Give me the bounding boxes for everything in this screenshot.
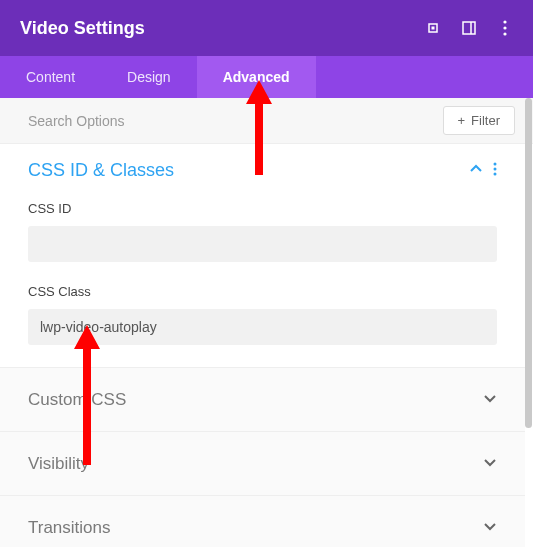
svg-rect-1: [432, 27, 435, 30]
chevron-down-icon: [483, 391, 497, 409]
filter-label: Filter: [471, 113, 500, 128]
tabs-bar: Content Design Advanced: [0, 56, 533, 98]
svg-point-8: [494, 167, 497, 170]
section-title: Visibility: [28, 454, 483, 474]
field-css-class: CSS Class: [28, 284, 497, 345]
plus-icon: +: [458, 113, 466, 128]
kebab-menu-icon[interactable]: [493, 162, 497, 180]
expand-icon[interactable]: [461, 20, 477, 36]
css-class-input[interactable]: [28, 309, 497, 345]
tab-advanced[interactable]: Advanced: [197, 56, 316, 98]
svg-point-5: [503, 26, 506, 29]
field-css-id: CSS ID: [28, 201, 497, 262]
scrollbar-thumb[interactable]: [525, 98, 532, 428]
section-css-id-classes: CSS ID & Classes CSS ID CSS Class: [0, 144, 525, 368]
svg-point-7: [494, 162, 497, 165]
drag-icon[interactable]: [425, 20, 441, 36]
tab-design[interactable]: Design: [101, 56, 197, 98]
section-custom-css[interactable]: Custom CSS: [0, 368, 525, 432]
filter-button[interactable]: + Filter: [443, 106, 515, 135]
css-class-label: CSS Class: [28, 284, 497, 299]
chevron-down-icon: [483, 455, 497, 473]
kebab-menu-icon[interactable]: [497, 20, 513, 36]
svg-rect-2: [463, 22, 475, 34]
svg-point-6: [503, 32, 506, 35]
modal-header: Video Settings: [0, 0, 533, 56]
search-row: + Filter: [0, 98, 533, 144]
svg-point-9: [494, 172, 497, 175]
chevron-up-icon[interactable]: [469, 162, 483, 180]
section-title: Custom CSS: [28, 390, 483, 410]
section-transitions[interactable]: Transitions: [0, 496, 525, 547]
search-input[interactable]: [28, 113, 443, 129]
section-visibility[interactable]: Visibility: [0, 432, 525, 496]
header-actions: [425, 20, 513, 36]
section-title: CSS ID & Classes: [28, 160, 469, 181]
settings-content: CSS ID & Classes CSS ID CSS Class: [0, 144, 525, 547]
video-settings-modal: Video Settings Content Design Advanced +…: [0, 0, 533, 547]
tab-content[interactable]: Content: [0, 56, 101, 98]
section-header[interactable]: CSS ID & Classes: [28, 160, 497, 181]
chevron-down-icon: [483, 519, 497, 537]
css-id-input[interactable]: [28, 226, 497, 262]
css-id-label: CSS ID: [28, 201, 497, 216]
section-title: Transitions: [28, 518, 483, 538]
svg-point-4: [503, 20, 506, 23]
modal-title: Video Settings: [20, 18, 425, 39]
section-actions: [469, 162, 497, 180]
